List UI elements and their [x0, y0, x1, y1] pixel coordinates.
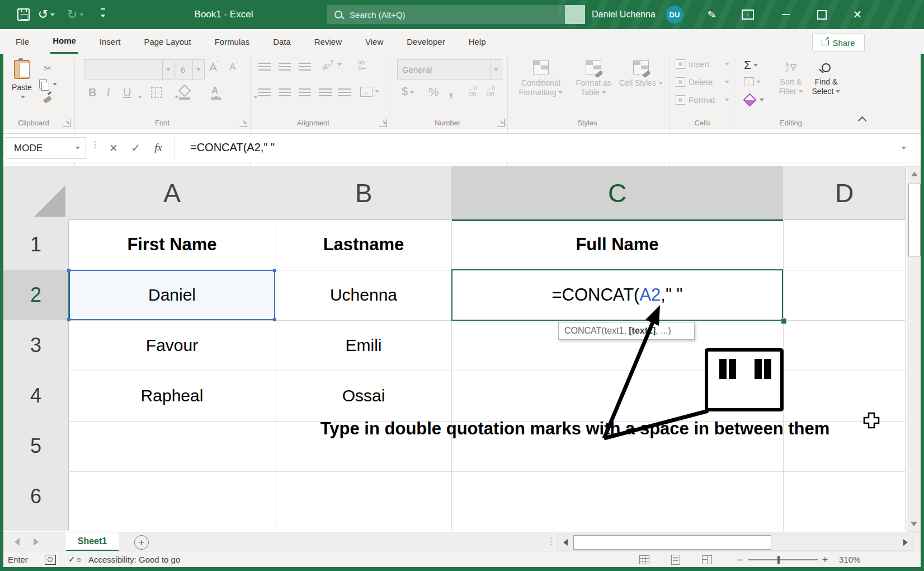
underline-button[interactable]: U	[123, 86, 131, 99]
paste-button[interactable]: Paste	[9, 58, 35, 112]
number-format-combo[interactable]: General	[397, 59, 502, 79]
column-header-c[interactable]: C	[451, 166, 784, 221]
underline-dropdown-icon[interactable]	[138, 96, 142, 101]
redo-button[interactable]: ↻	[66, 6, 85, 24]
cell-b2[interactable]: Uchenna	[276, 270, 451, 320]
fill-button[interactable]: ↓	[744, 77, 761, 86]
zoom-in-button[interactable]: +	[819, 553, 831, 567]
row-header-1[interactable]: 1	[3, 219, 69, 270]
copy-button[interactable]	[39, 77, 64, 91]
align-top-button[interactable]	[258, 63, 271, 73]
align-right-button[interactable]	[299, 88, 311, 99]
orientation-button[interactable]: ab↗	[321, 60, 342, 69]
align-bottom-button[interactable]	[299, 63, 311, 73]
minimize-button[interactable]	[776, 6, 795, 24]
name-box[interactable]: MODE	[6, 137, 86, 159]
scroll-up-button[interactable]	[907, 167, 922, 181]
view-normal-button[interactable]	[638, 554, 651, 566]
font-dialog-launcher[interactable]: ⇘	[239, 119, 247, 127]
row-header-partial[interactable]	[3, 522, 69, 531]
collapse-ribbon-button[interactable]	[855, 114, 869, 127]
decrease-decimal-button[interactable]: →0.00	[485, 85, 495, 97]
increase-decimal-button[interactable]: ←0.00	[468, 85, 477, 97]
close-button[interactable]: ✕	[848, 6, 867, 24]
fill-handle[interactable]	[781, 318, 787, 324]
next-sheet-button[interactable]	[29, 536, 43, 548]
italic-button[interactable]: I	[106, 86, 110, 99]
tab-insert[interactable]: Insert	[97, 30, 123, 53]
font-size-combo[interactable]: 6	[176, 59, 205, 79]
ribbon-display-button[interactable]: ↑	[738, 6, 757, 24]
scroll-left-button[interactable]	[558, 535, 573, 550]
vertical-scroll-thumb[interactable]	[908, 184, 921, 256]
conditional-formatting-button[interactable]: Conditional Formatting	[515, 58, 567, 97]
clipboard-dialog-launcher[interactable]: ⇘	[63, 119, 70, 127]
accessibility-status[interactable]: Accessibility: Good to go	[88, 555, 180, 564]
zoom-level[interactable]: 310%	[839, 555, 860, 564]
row-header-6[interactable]: 6	[3, 471, 69, 522]
undo-button[interactable]: ↺	[37, 6, 56, 24]
bold-button[interactable]: B	[88, 86, 96, 99]
tab-scroll-splitter[interactable]: ⋮	[547, 536, 554, 546]
sheet-tab-active[interactable]: Sheet1	[66, 532, 119, 551]
macro-record-icon[interactable]	[45, 555, 56, 565]
decrease-indent-button[interactable]	[319, 88, 332, 99]
merge-center-button[interactable]: ↔	[360, 86, 379, 97]
select-all-corner[interactable]	[3, 166, 69, 220]
tab-help[interactable]: Help	[466, 30, 488, 53]
zoom-out-button[interactable]: −	[734, 553, 746, 567]
format-as-table-button[interactable]: Format as Table	[569, 58, 617, 97]
accessibility-icon[interactable]: ✓☺	[68, 554, 82, 564]
horizontal-scroll-thumb[interactable]	[573, 535, 771, 550]
maximize-button[interactable]	[812, 6, 831, 24]
insert-cells-button[interactable]: Insert	[676, 59, 729, 69]
row-header-4[interactable]: 4	[3, 371, 69, 422]
add-sheet-button[interactable]: +	[134, 535, 149, 550]
autosum-button[interactable]: Σ	[744, 58, 758, 72]
save-button[interactable]	[16, 7, 31, 22]
tab-data[interactable]: Data	[271, 30, 293, 53]
view-page-layout-button[interactable]	[669, 554, 682, 566]
scroll-down-button[interactable]	[907, 517, 921, 531]
enter-button[interactable]: ✓	[126, 138, 145, 157]
expand-formula-bar-button[interactable]	[893, 138, 915, 157]
insert-function-button[interactable]: fx	[149, 138, 168, 157]
accounting-format-button[interactable]: $	[402, 85, 414, 98]
zoom-slider-track[interactable]	[748, 559, 818, 560]
borders-button[interactable]	[151, 87, 162, 100]
format-painter-button[interactable]	[39, 93, 56, 106]
share-button[interactable]: ↗ Share	[812, 34, 865, 52]
decrease-font-button[interactable]: Aˇ	[229, 62, 238, 73]
name-box-splitter[interactable]: ⋮	[91, 139, 98, 150]
cut-button[interactable]: ✂	[39, 62, 56, 75]
align-left-button[interactable]	[258, 88, 271, 99]
font-name-combo[interactable]	[84, 59, 175, 79]
cell-b3[interactable]: Emili	[276, 320, 451, 371]
comma-style-button[interactable]: ,	[449, 81, 453, 100]
cell-a3[interactable]: Favour	[68, 320, 276, 371]
row-header-2[interactable]: 2	[3, 270, 70, 321]
column-header-a[interactable]: A	[68, 166, 276, 220]
cell-a1[interactable]: First Name	[68, 219, 276, 270]
tab-file[interactable]: File	[13, 30, 31, 53]
column-header-d[interactable]: D	[783, 166, 906, 220]
cell-b1[interactable]: Lastname	[276, 219, 451, 270]
tab-view[interactable]: View	[363, 30, 385, 53]
feedback-button[interactable]: ✎	[703, 6, 722, 24]
search-box[interactable]: Search (Alt+Q)	[327, 5, 565, 24]
clear-button[interactable]	[745, 95, 764, 105]
view-page-break-button[interactable]	[700, 554, 714, 566]
zoom-slider-thumb[interactable]	[777, 556, 780, 564]
tab-formulas[interactable]: Formulas	[213, 30, 252, 53]
scroll-right-button[interactable]	[898, 535, 913, 550]
find-select-button[interactable]: Find & Select	[809, 58, 843, 96]
cell-styles-button[interactable]: Cell Styles	[619, 58, 663, 88]
tab-review[interactable]: Review	[312, 30, 344, 53]
row-header-3[interactable]: 3	[3, 320, 69, 371]
increase-font-button[interactable]: Aˆ	[209, 60, 219, 74]
avatar[interactable]: DU	[666, 6, 683, 24]
font-color-dropdown-icon[interactable]	[253, 96, 258, 101]
cell-c1[interactable]: Full Name	[451, 219, 783, 270]
sort-filter-button[interactable]: AZ∇ Sort & Filter	[774, 58, 808, 96]
customize-qat-button[interactable]	[96, 8, 110, 21]
